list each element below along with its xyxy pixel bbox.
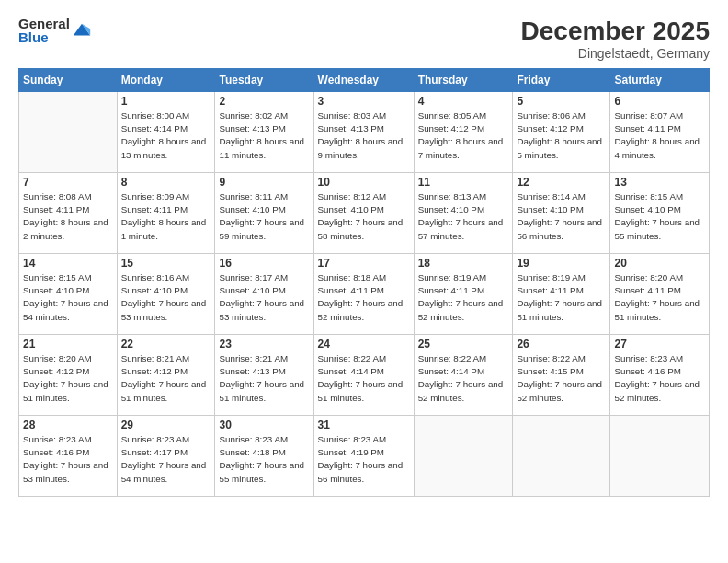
calendar-week-row: 21Sunrise: 8:20 AM Sunset: 4:12 PM Dayli… <box>19 335 710 416</box>
page: General Blue December 2025 Dingelstaedt,… <box>0 0 728 563</box>
day-number: 16 <box>219 257 309 270</box>
cell-info: Sunrise: 8:20 AM Sunset: 4:11 PM Dayligh… <box>614 271 705 324</box>
table-row: 14Sunrise: 8:15 AM Sunset: 4:10 PM Dayli… <box>19 254 118 335</box>
day-number: 8 <box>121 176 211 189</box>
day-number: 21 <box>23 338 113 350</box>
table-row: 16Sunrise: 8:17 AM Sunset: 4:10 PM Dayli… <box>215 254 313 335</box>
logo-icon <box>72 20 92 40</box>
cell-info: Sunrise: 8:23 AM Sunset: 4:16 PM Dayligh… <box>23 433 113 486</box>
table-row: 6Sunrise: 8:07 AM Sunset: 4:11 PM Daylig… <box>610 92 710 173</box>
col-friday: Friday <box>513 69 610 92</box>
table-row: 19Sunrise: 8:19 AM Sunset: 4:11 PM Dayli… <box>513 254 610 335</box>
table-row: 31Sunrise: 8:23 AM Sunset: 4:19 PM Dayli… <box>313 416 414 497</box>
col-saturday: Saturday <box>610 69 710 92</box>
cell-info: Sunrise: 8:16 AM Sunset: 4:10 PM Dayligh… <box>121 271 211 324</box>
table-row: 1Sunrise: 8:00 AM Sunset: 4:14 PM Daylig… <box>117 92 215 173</box>
table-row: 24Sunrise: 8:22 AM Sunset: 4:14 PM Dayli… <box>313 335 414 416</box>
table-row: 2Sunrise: 8:02 AM Sunset: 4:13 PM Daylig… <box>215 92 313 173</box>
month-year-title: December 2025 <box>521 17 710 46</box>
table-row: 15Sunrise: 8:16 AM Sunset: 4:10 PM Dayli… <box>117 254 215 335</box>
day-number: 24 <box>318 338 410 350</box>
table-row: 7Sunrise: 8:08 AM Sunset: 4:11 PM Daylig… <box>19 173 118 254</box>
table-row: 13Sunrise: 8:15 AM Sunset: 4:10 PM Dayli… <box>610 173 710 254</box>
cell-info: Sunrise: 8:11 AM Sunset: 4:10 PM Dayligh… <box>219 190 309 243</box>
day-number: 2 <box>219 95 309 108</box>
table-row: 21Sunrise: 8:20 AM Sunset: 4:12 PM Dayli… <box>19 335 118 416</box>
cell-info: Sunrise: 8:21 AM Sunset: 4:12 PM Dayligh… <box>121 352 211 405</box>
cell-info: Sunrise: 8:02 AM Sunset: 4:13 PM Dayligh… <box>219 109 309 162</box>
table-row: 5Sunrise: 8:06 AM Sunset: 4:12 PM Daylig… <box>513 92 610 173</box>
day-number: 27 <box>614 338 705 350</box>
day-number: 19 <box>517 257 606 270</box>
cell-info: Sunrise: 8:07 AM Sunset: 4:11 PM Dayligh… <box>614 109 705 162</box>
cell-info: Sunrise: 8:08 AM Sunset: 4:11 PM Dayligh… <box>23 190 113 243</box>
table-row: 26Sunrise: 8:22 AM Sunset: 4:15 PM Dayli… <box>513 335 610 416</box>
day-number: 15 <box>121 257 211 270</box>
day-number: 28 <box>23 419 113 431</box>
table-row: 8Sunrise: 8:09 AM Sunset: 4:11 PM Daylig… <box>117 173 215 254</box>
day-number: 5 <box>517 95 606 108</box>
cell-info: Sunrise: 8:06 AM Sunset: 4:12 PM Dayligh… <box>517 109 606 162</box>
location-title: Dingelstaedt, Germany <box>521 46 710 61</box>
day-number: 4 <box>418 95 509 108</box>
table-row <box>610 416 710 497</box>
cell-info: Sunrise: 8:15 AM Sunset: 4:10 PM Dayligh… <box>23 271 113 324</box>
day-number: 20 <box>614 257 705 270</box>
col-thursday: Thursday <box>414 69 513 92</box>
logo-general: General <box>18 17 70 30</box>
calendar-week-row: 28Sunrise: 8:23 AM Sunset: 4:16 PM Dayli… <box>19 416 710 497</box>
calendar-body: 1Sunrise: 8:00 AM Sunset: 4:14 PM Daylig… <box>19 92 710 497</box>
table-row: 9Sunrise: 8:11 AM Sunset: 4:10 PM Daylig… <box>215 173 313 254</box>
day-number: 11 <box>418 176 509 189</box>
table-row: 10Sunrise: 8:12 AM Sunset: 4:10 PM Dayli… <box>313 173 414 254</box>
day-number: 13 <box>614 176 705 189</box>
day-number: 10 <box>318 176 410 189</box>
day-number: 1 <box>121 95 211 108</box>
table-row: 25Sunrise: 8:22 AM Sunset: 4:14 PM Dayli… <box>414 335 513 416</box>
day-number: 22 <box>121 338 211 350</box>
table-row: 30Sunrise: 8:23 AM Sunset: 4:18 PM Dayli… <box>215 416 313 497</box>
title-block: December 2025 Dingelstaedt, Germany <box>521 17 710 61</box>
table-row: 17Sunrise: 8:18 AM Sunset: 4:11 PM Dayli… <box>313 254 414 335</box>
col-tuesday: Tuesday <box>215 69 313 92</box>
day-number: 7 <box>23 176 113 189</box>
table-row: 3Sunrise: 8:03 AM Sunset: 4:13 PM Daylig… <box>313 92 414 173</box>
table-row: 12Sunrise: 8:14 AM Sunset: 4:10 PM Dayli… <box>513 173 610 254</box>
day-number: 6 <box>614 95 705 108</box>
cell-info: Sunrise: 8:03 AM Sunset: 4:13 PM Dayligh… <box>318 109 410 162</box>
cell-info: Sunrise: 8:18 AM Sunset: 4:11 PM Dayligh… <box>318 271 410 324</box>
calendar-week-row: 7Sunrise: 8:08 AM Sunset: 4:11 PM Daylig… <box>19 173 710 254</box>
cell-info: Sunrise: 8:23 AM Sunset: 4:19 PM Dayligh… <box>318 433 410 486</box>
table-row <box>513 416 610 497</box>
calendar-week-row: 1Sunrise: 8:00 AM Sunset: 4:14 PM Daylig… <box>19 92 710 173</box>
cell-info: Sunrise: 8:23 AM Sunset: 4:17 PM Dayligh… <box>121 433 211 486</box>
calendar-week-row: 14Sunrise: 8:15 AM Sunset: 4:10 PM Dayli… <box>19 254 710 335</box>
cell-info: Sunrise: 8:21 AM Sunset: 4:13 PM Dayligh… <box>219 352 309 405</box>
table-row: 29Sunrise: 8:23 AM Sunset: 4:17 PM Dayli… <box>117 416 215 497</box>
day-number: 25 <box>418 338 509 350</box>
calendar: Sunday Monday Tuesday Wednesday Thursday… <box>18 68 710 497</box>
day-number: 23 <box>219 338 309 350</box>
cell-info: Sunrise: 8:20 AM Sunset: 4:12 PM Dayligh… <box>23 352 113 405</box>
cell-info: Sunrise: 8:15 AM Sunset: 4:10 PM Dayligh… <box>614 190 705 243</box>
col-monday: Monday <box>117 69 215 92</box>
day-number: 29 <box>121 419 211 431</box>
day-number: 26 <box>517 338 606 350</box>
cell-info: Sunrise: 8:23 AM Sunset: 4:18 PM Dayligh… <box>219 433 309 486</box>
day-number: 14 <box>23 257 113 270</box>
logo: General Blue <box>18 17 92 44</box>
cell-info: Sunrise: 8:09 AM Sunset: 4:11 PM Dayligh… <box>121 190 211 243</box>
table-row: 4Sunrise: 8:05 AM Sunset: 4:12 PM Daylig… <box>414 92 513 173</box>
day-number: 17 <box>318 257 410 270</box>
col-wednesday: Wednesday <box>313 69 414 92</box>
cell-info: Sunrise: 8:13 AM Sunset: 4:10 PM Dayligh… <box>418 190 509 243</box>
table-row: 20Sunrise: 8:20 AM Sunset: 4:11 PM Dayli… <box>610 254 710 335</box>
cell-info: Sunrise: 8:12 AM Sunset: 4:10 PM Dayligh… <box>318 190 410 243</box>
table-row: 18Sunrise: 8:19 AM Sunset: 4:11 PM Dayli… <box>414 254 513 335</box>
cell-info: Sunrise: 8:00 AM Sunset: 4:14 PM Dayligh… <box>121 109 211 162</box>
header: General Blue December 2025 Dingelstaedt,… <box>18 17 710 61</box>
cell-info: Sunrise: 8:19 AM Sunset: 4:11 PM Dayligh… <box>517 271 606 324</box>
table-row: 22Sunrise: 8:21 AM Sunset: 4:12 PM Dayli… <box>117 335 215 416</box>
table-row: 23Sunrise: 8:21 AM Sunset: 4:13 PM Dayli… <box>215 335 313 416</box>
day-number: 9 <box>219 176 309 189</box>
